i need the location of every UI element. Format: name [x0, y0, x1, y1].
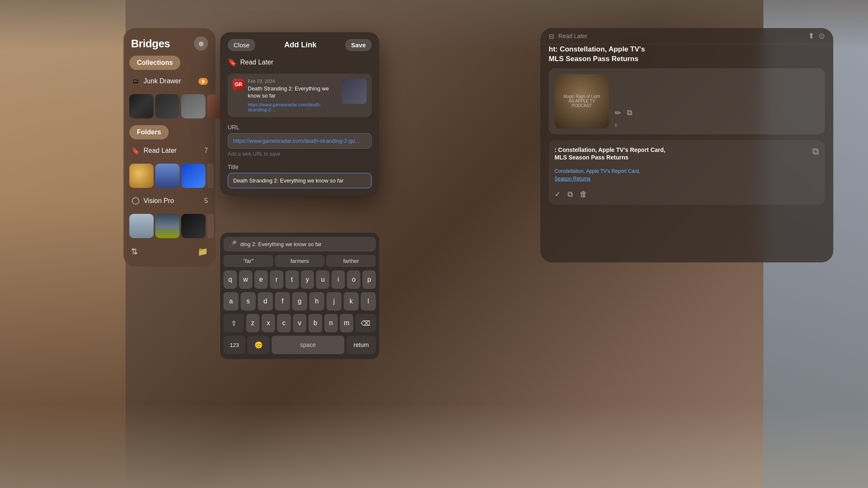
article-info-1: ✏ ⧉ t!: [615, 74, 819, 128]
key-l[interactable]: l: [361, 292, 376, 311]
key-x[interactable]: x: [262, 314, 275, 332]
modal-save-button[interactable]: Save: [345, 39, 372, 51]
key-m[interactable]: m: [340, 314, 353, 332]
vision-pro-icon: [131, 196, 140, 205]
junk-drawer-badge: 9: [198, 78, 208, 85]
right-panel: ⊟ Read Later ⬆ ⊙ ht: Constellation, Appl…: [540, 28, 833, 262]
tab-share-button[interactable]: ⬆: [808, 31, 814, 41]
article-card-1: Magic Rays of LightAN APPLE TV PODCAST ✏…: [549, 68, 825, 134]
copy-button-3[interactable]: ⧉: [812, 146, 819, 157]
key-b[interactable]: b: [308, 314, 322, 332]
suggestions-row: "far" farmers farther: [223, 255, 376, 267]
collections-button[interactable]: Collections: [129, 56, 180, 70]
thumb-1: [129, 94, 154, 118]
read-later-badge: 7: [204, 147, 208, 154]
mic-button[interactable]: 🎤: [229, 240, 237, 248]
url-field-section: URL Add a web URL to save: [228, 124, 372, 157]
article-card-2: : Constellation, Apple TV's Report Card,…: [549, 140, 825, 205]
bridges-panel: Bridges ⊕ Collections 🗂 Junk Drawer 9 Fo…: [123, 28, 216, 267]
key-v[interactable]: v: [293, 314, 306, 332]
modal-body: 🔖 Read Later GR Feb 23, 2024 Death Stran…: [220, 58, 379, 196]
folder-add-button[interactable]: 📁: [198, 247, 208, 257]
check-button[interactable]: ✓: [555, 190, 561, 199]
sort-button[interactable]: ⇅: [131, 247, 138, 257]
key-t[interactable]: t: [285, 270, 299, 289]
vision-pro-item[interactable]: Vision Pro 5: [129, 195, 210, 207]
suggestion-2[interactable]: farmers: [275, 255, 325, 267]
article-link-text: Constellation, Apple TV's Report Card,Se…: [555, 168, 640, 182]
key-z[interactable]: z: [246, 314, 259, 332]
key-p[interactable]: p: [362, 270, 376, 289]
title-input[interactable]: [228, 173, 372, 188]
key-i[interactable]: i: [331, 270, 345, 289]
destination-label: Read Later: [240, 59, 273, 66]
key-g[interactable]: g: [292, 292, 307, 311]
excerpt-text: t!: [615, 123, 819, 128]
preview-thumbnail: [342, 79, 367, 104]
keyboard: 🎤 ding 2: Everything we know so far "far…: [220, 233, 379, 359]
read-later-thumb-3: [181, 164, 205, 188]
tab-title: Read Later: [558, 33, 804, 39]
suggestion-3[interactable]: farther: [326, 255, 376, 267]
vision-pro-circle-icon: [132, 197, 139, 205]
key-c[interactable]: c: [277, 314, 290, 332]
suggestion-1[interactable]: "far": [223, 255, 273, 267]
space-key[interactable]: space: [272, 336, 345, 354]
vision-pro-thumbnails: [129, 212, 210, 240]
read-later-thumb-1: [129, 164, 154, 188]
bridges-settings-button[interactable]: ⊕: [194, 36, 208, 51]
preview-date: Feb 23, 2024: [248, 79, 337, 84]
read-later-item[interactable]: 🔖 Read Later 7: [129, 144, 210, 157]
article-title-2: : Constellation, Apple TV's Report Card,…: [555, 146, 806, 161]
title-field-section: Title: [228, 164, 372, 188]
article-actions-1: ✏ ⧉: [615, 108, 819, 118]
key-k[interactable]: k: [344, 292, 359, 311]
vision-thumb-1: [129, 214, 154, 238]
key-a[interactable]: a: [223, 292, 239, 311]
key-d[interactable]: d: [258, 292, 273, 311]
junk-drawer-item[interactable]: 🗂 Junk Drawer 9: [129, 75, 210, 87]
article-link-underline: Season Returns: [555, 176, 591, 182]
right-main-title-text: ht: Constellation, Apple TV'sMLS Season …: [549, 45, 645, 63]
read-later-thumbnails: [129, 162, 210, 190]
key-w[interactable]: w: [239, 270, 252, 289]
key-q[interactable]: q: [223, 270, 237, 289]
podcast-thumbnail: Magic Rays of LightAN APPLE TV PODCAST: [555, 74, 609, 128]
vision-thumb-4: [207, 214, 214, 238]
key-e[interactable]: e: [254, 270, 268, 289]
junk-drawer-label: Junk Drawer: [144, 77, 195, 85]
key-r[interactable]: r: [270, 270, 283, 289]
read-later-label: Read Later: [144, 147, 201, 154]
num-key[interactable]: 123: [223, 336, 245, 354]
shift-key[interactable]: ⇧: [223, 314, 244, 332]
folders-button[interactable]: Folders: [129, 125, 169, 139]
key-o[interactable]: o: [347, 270, 360, 289]
trash-button[interactable]: 🗑: [580, 190, 587, 199]
keyboard-input-bar: 🎤 ding 2: Everything we know so far: [223, 237, 376, 252]
key-j[interactable]: j: [326, 292, 342, 311]
backspace-key[interactable]: ⌫: [355, 314, 376, 332]
preview-card: GR Feb 23, 2024 Death Stranding 2: Every…: [228, 74, 372, 117]
key-s[interactable]: s: [241, 292, 256, 311]
key-u[interactable]: u: [316, 270, 329, 289]
destination-bookmark-icon: 🔖: [228, 58, 237, 67]
panel-bottom-actions: ⇅ 📁: [129, 245, 210, 258]
modal-title: Add Link: [284, 41, 316, 49]
key-h[interactable]: h: [309, 292, 324, 311]
preview-url: https://www.gamesradar.com/death-strandi…: [248, 102, 337, 112]
keyboard-input-text: ding 2: Everything we know so far: [240, 241, 321, 247]
edit-button[interactable]: ✏: [615, 108, 621, 118]
modal-close-button[interactable]: Close: [228, 39, 255, 51]
junk-drawer-icon: 🗂: [131, 77, 140, 86]
url-input[interactable]: [228, 133, 372, 149]
tab-menu-button[interactable]: ⊙: [819, 31, 825, 41]
copy-button[interactable]: ⧉: [627, 108, 632, 117]
key-f[interactable]: f: [275, 292, 290, 311]
return-key[interactable]: return: [347, 336, 376, 354]
key-y[interactable]: y: [301, 270, 314, 289]
preview-info: Feb 23, 2024 Death Stranding 2: Everythi…: [248, 79, 337, 112]
bottom-icon-row: ✓ ⧉ 🗑: [555, 190, 806, 199]
key-n[interactable]: n: [324, 314, 338, 332]
copy-button-2[interactable]: ⧉: [568, 190, 573, 199]
emoji-key[interactable]: 😊: [247, 336, 269, 354]
